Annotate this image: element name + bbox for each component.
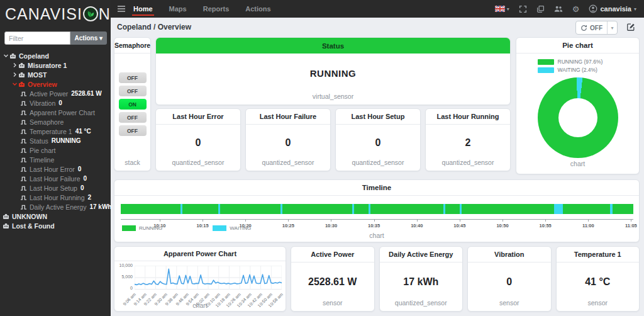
axis-tick-label: 10:40 xyxy=(404,223,430,229)
edit-dashboard-button[interactable] xyxy=(626,23,635,34)
tree-item-label: UNKNOWN xyxy=(12,213,47,220)
axis-tick xyxy=(417,219,418,222)
refresh-dropdown-button[interactable]: ▾ xyxy=(607,21,617,34)
axis-tick xyxy=(288,219,289,222)
widget-footer: chart xyxy=(516,160,639,167)
users-icon[interactable] xyxy=(554,5,563,13)
nav-item-actions[interactable]: Actions xyxy=(245,0,270,18)
axis-tick xyxy=(160,219,160,222)
brand-logo[interactable]: CANAVISIN xyxy=(0,0,111,28)
legend-label: WAITING (2.4%) xyxy=(558,67,597,73)
widget-title: Last Hour Running xyxy=(426,109,510,125)
widget-footer: chart xyxy=(114,302,286,309)
gear-icon[interactable]: ⚙ xyxy=(572,5,580,13)
axis-tick-label: 10:35 xyxy=(362,223,387,229)
tree-item-label: Last Hour Failure xyxy=(30,175,80,183)
sidebar-actions-button[interactable]: Actions ▾ xyxy=(70,31,107,45)
sidebar-item-overview[interactable]: Overview xyxy=(0,79,111,89)
widget-title: Semaphore xyxy=(114,38,150,54)
sidebar-item-active-power[interactable]: Active Power2528.61 W xyxy=(0,89,111,98)
waiting-mark xyxy=(610,204,612,214)
nav-item-home[interactable]: Home xyxy=(133,0,153,18)
nav-item-maps[interactable]: Maps xyxy=(169,0,187,18)
sidebar-item-last-hour-running[interactable]: Last Hour Running2 xyxy=(0,193,111,202)
widget-footer: quantized_sensor xyxy=(426,159,510,166)
sidebar-item-last-hour-setup[interactable]: Last Hour Setup0 xyxy=(0,183,111,193)
semaphore-light-off[interactable]: OFF xyxy=(119,125,147,136)
sidebar-item-temperature-1[interactable]: Temperature 141 °C xyxy=(0,127,111,136)
semaphore-light-on[interactable]: ON xyxy=(119,99,147,110)
tree-item-label: Overview xyxy=(28,81,57,88)
widget-title: Vibration xyxy=(468,247,551,262)
nav-item-reports[interactable]: Reports xyxy=(203,0,230,18)
windows-icon[interactable] xyxy=(536,5,545,13)
chevron-right-icon[interactable] xyxy=(11,72,18,77)
sidebar-item-status[interactable]: StatusRUNNING xyxy=(0,136,111,145)
pie-chart-widget: Pie chart RUNNING (97.6%)WAITING (2.4%) … xyxy=(516,37,640,174)
legend-swatch xyxy=(538,67,554,73)
uk-flag-icon xyxy=(495,3,505,14)
sidebar-item-apparent-power-chart[interactable]: Apparent Power Chart xyxy=(0,108,111,117)
widget-title: Daily Active Energy xyxy=(380,247,463,262)
user-menu[interactable]: canavisia ▾ xyxy=(589,4,636,13)
axis-tick-label: 10:55 xyxy=(533,223,558,229)
language-selector[interactable]: ▾ xyxy=(495,3,509,14)
refresh-button[interactable]: OFF xyxy=(576,21,607,34)
sidebar-item-lost-found[interactable]: Lost & Found xyxy=(0,221,111,230)
axis-tick-label: 10:45 xyxy=(447,223,472,229)
vibration-widget: Vibration0sensor xyxy=(467,246,552,312)
tree-item-label: Misuratore 1 xyxy=(28,62,67,69)
fullscreen-icon[interactable] xyxy=(519,5,527,13)
semaphore-light-off[interactable]: OFF xyxy=(119,86,147,96)
pulse-icon xyxy=(20,195,27,201)
pulse-icon xyxy=(20,110,27,116)
chevron-down-icon[interactable] xyxy=(3,53,9,59)
tree-item-value: 0 xyxy=(84,175,87,182)
waiting-mark xyxy=(443,204,445,214)
hamburger-menu-icon[interactable] xyxy=(117,5,126,13)
waiting-mark xyxy=(218,204,220,214)
axis-tick xyxy=(631,219,631,222)
widget-value: 0 xyxy=(156,137,240,149)
pulse-icon xyxy=(20,91,27,97)
sidebar-item-last-hour-error[interactable]: Last Hour Error0 xyxy=(0,164,111,174)
sidebar-item-semaphore[interactable]: Semaphore xyxy=(0,117,111,127)
semaphore-light-off[interactable]: OFF xyxy=(119,72,147,83)
timeline-bar[interactable] xyxy=(121,204,633,214)
axis-tick xyxy=(245,219,246,222)
tree-item-label: Last Hour Running xyxy=(30,194,85,201)
line-chart[interactable] xyxy=(135,266,282,290)
sidebar-item-timeline[interactable]: Timeline xyxy=(0,155,111,164)
widget-footer: quantized_sensor xyxy=(246,159,330,166)
sidebar-item-copeland[interactable]: Copeland xyxy=(0,51,111,60)
tree-item-label: Copeland xyxy=(19,52,49,60)
sidebar-item-misuratore-1[interactable]: Misuratore 1 xyxy=(0,60,111,70)
y-axis-label: 0 xyxy=(115,286,133,290)
chevron-right-icon[interactable] xyxy=(11,62,18,68)
chevron-down-icon[interactable] xyxy=(11,81,18,87)
widget-value: 2 xyxy=(426,137,510,149)
semaphore-light-off[interactable]: OFF xyxy=(119,112,147,123)
sidebar: CANAVISIN Actions ▾ CopelandMisuratore 1… xyxy=(0,0,111,316)
axis-tick-label: 10:25 xyxy=(275,223,301,229)
tree-item-label: Last Hour Error xyxy=(30,166,75,173)
filter-input[interactable] xyxy=(4,31,70,45)
widget-value: 0 xyxy=(468,276,551,288)
pulse-icon xyxy=(20,147,27,154)
widget-footer: stack xyxy=(114,159,150,166)
legend-swatch xyxy=(538,59,554,65)
sidebar-item-unknown[interactable]: UNKNOWN xyxy=(0,212,111,221)
sidebar-item-pie-chart[interactable]: Pie chart xyxy=(0,145,111,155)
sidebar-item-daily-active-energy[interactable]: Daily Active Energy17 kWh xyxy=(0,202,111,212)
sidebar-item-most[interactable]: MOST xyxy=(0,70,111,79)
tree-item-value: 2 xyxy=(88,194,92,201)
legend-label: RUNNING xyxy=(139,225,162,231)
sidebar-item-vibration[interactable]: Vibration0 xyxy=(0,98,111,108)
donut-chart[interactable] xyxy=(538,77,618,158)
username: canavisia xyxy=(600,5,631,13)
timeline-axis: 10:1010:1510:2010:2510:3010:3510:4010:45… xyxy=(121,219,633,223)
sidebar-item-last-hour-failure[interactable]: Last Hour Failure0 xyxy=(0,174,111,183)
last-hour-failure-widget: Last Hour Failure0quantized_sensor xyxy=(245,108,331,171)
tree-item-value: 0 xyxy=(78,166,82,172)
y-axis-label: 10,000 xyxy=(115,263,133,268)
